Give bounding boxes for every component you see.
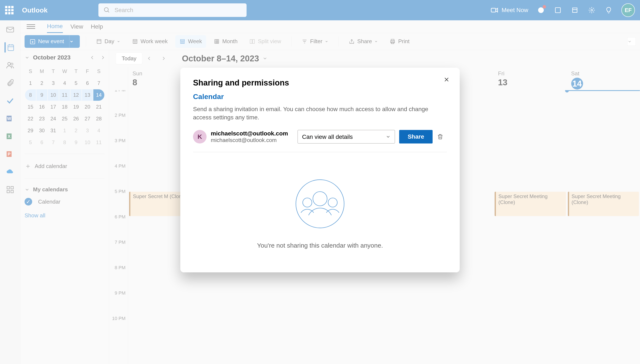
persona-text: michaelscott@outlook.com michaelscott@ou… xyxy=(211,130,293,144)
close-button[interactable] xyxy=(444,75,452,84)
permission-select[interactable]: Can view all details xyxy=(298,130,395,144)
sharing-modal: Sharing and permissions Calendar Send a … xyxy=(180,68,460,272)
modal-subtitle: Calendar xyxy=(193,92,447,101)
persona-avatar: K xyxy=(193,130,206,144)
close-icon xyxy=(444,76,450,82)
svg-point-54 xyxy=(328,198,337,207)
modal-title: Sharing and permissions xyxy=(193,78,447,88)
persona-email: michaelscott@outlook.com xyxy=(211,137,293,144)
svg-point-52 xyxy=(313,192,327,206)
empty-illustration-icon xyxy=(294,178,346,229)
empty-state-text: You're not sharing this calendar with an… xyxy=(193,242,447,249)
modal-overlay: Sharing and permissions Calendar Send a … xyxy=(0,0,640,364)
svg-point-53 xyxy=(303,198,312,207)
empty-state: You're not sharing this calendar with an… xyxy=(193,157,447,262)
share-confirm-button[interactable]: Share xyxy=(399,130,432,144)
trash-icon xyxy=(437,133,444,140)
persona-name: michaelscott@outlook.com xyxy=(211,130,293,137)
invite-row: K michaelscott@outlook.com michaelscott@… xyxy=(193,130,447,144)
remove-button[interactable] xyxy=(437,132,447,142)
modal-description: Send a sharing invitation in email. You … xyxy=(193,105,447,122)
